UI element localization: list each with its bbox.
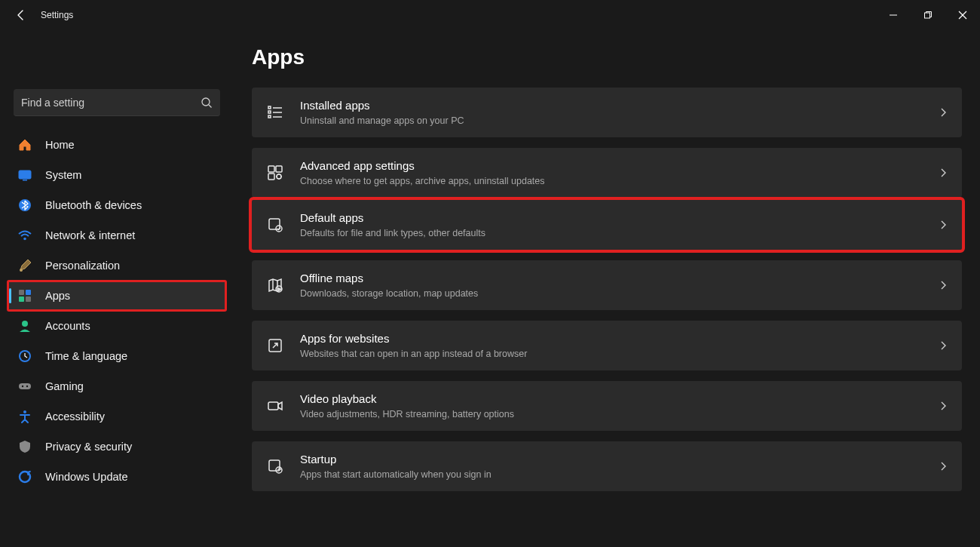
svg-point-20 bbox=[26, 386, 28, 387]
sidebar-item-time[interactable]: Time & language bbox=[8, 341, 226, 371]
card-default-apps[interactable]: Default apps Defaults for file and link … bbox=[252, 200, 962, 250]
card-title: Default apps bbox=[300, 211, 485, 226]
sidebar-item-home[interactable]: Home bbox=[8, 130, 226, 160]
search-wrap bbox=[14, 89, 220, 116]
bluetooth-icon bbox=[17, 197, 33, 214]
card-advanced-settings[interactable]: Advanced app settings Choose where to ge… bbox=[252, 148, 962, 198]
open-link-icon bbox=[265, 336, 285, 355]
titlebar: Settings bbox=[0, 0, 980, 30]
svg-rect-30 bbox=[276, 166, 282, 172]
startup-icon bbox=[265, 456, 285, 476]
card-subtitle: Websites that can open in an app instead… bbox=[300, 348, 527, 360]
svg-rect-12 bbox=[26, 290, 31, 295]
card-subtitle: Choose where to get apps, archive apps, … bbox=[300, 175, 545, 187]
card-startup[interactable]: Startup Apps that start automatically wh… bbox=[252, 441, 962, 491]
sidebar-item-label: System bbox=[45, 169, 81, 181]
chevron-right-icon bbox=[938, 220, 948, 230]
wifi-icon bbox=[17, 227, 33, 244]
maximize-button[interactable] bbox=[911, 3, 945, 27]
minimize-icon bbox=[889, 11, 898, 20]
sidebar-item-label: Apps bbox=[45, 290, 70, 302]
svg-rect-11 bbox=[19, 290, 24, 295]
sidebar-item-system[interactable]: System bbox=[8, 160, 226, 190]
card-video-playback[interactable]: Video playback Video adjustments, HDR st… bbox=[252, 381, 962, 431]
svg-rect-37 bbox=[268, 402, 278, 410]
card-installed-apps[interactable]: Installed apps Uninstall and manage apps… bbox=[252, 88, 962, 137]
sidebar-item-update[interactable]: Windows Update bbox=[8, 462, 226, 492]
sidebar-item-apps[interactable]: Apps bbox=[8, 281, 226, 311]
svg-rect-27 bbox=[268, 111, 271, 113]
card-subtitle: Uninstall and manage apps on your PC bbox=[300, 115, 464, 127]
sidebar-item-network[interactable]: Network & internet bbox=[8, 220, 226, 250]
profile-area bbox=[8, 41, 226, 86]
svg-rect-33 bbox=[269, 219, 280, 229]
card-subtitle: Video adjustments, HDR streaming, batter… bbox=[300, 408, 514, 420]
video-icon bbox=[265, 396, 285, 416]
svg-rect-14 bbox=[26, 297, 31, 302]
sidebar-item-personalization[interactable]: Personalization bbox=[8, 250, 226, 281]
sidebar-item-privacy[interactable]: Privacy & security bbox=[8, 432, 226, 462]
main-content: Apps Installed apps Uninstall and manage… bbox=[234, 30, 980, 547]
maximize-icon bbox=[923, 11, 933, 20]
card-subtitle: Downloads, storage location, map updates bbox=[300, 287, 478, 300]
svg-rect-31 bbox=[268, 174, 274, 180]
sidebar-item-label: Network & internet bbox=[45, 229, 135, 241]
card-title: Video playback bbox=[300, 392, 514, 407]
chevron-right-icon bbox=[938, 107, 948, 118]
person-icon bbox=[17, 318, 33, 334]
svg-rect-18 bbox=[19, 383, 31, 389]
sidebar-item-label: Gaming bbox=[45, 380, 84, 392]
sidebar-item-gaming[interactable]: Gaming bbox=[8, 371, 226, 401]
svg-rect-28 bbox=[268, 115, 271, 118]
card-apps-websites[interactable]: Apps for websites Websites that can open… bbox=[252, 321, 962, 370]
sidebar-item-accounts[interactable]: Accounts bbox=[8, 311, 226, 341]
svg-rect-29 bbox=[268, 166, 274, 172]
sidebar-item-bluetooth[interactable]: Bluetooth & devices bbox=[8, 190, 226, 220]
card-title: Advanced app settings bbox=[300, 158, 545, 174]
card-offline-maps[interactable]: Offline maps Downloads, storage location… bbox=[252, 260, 962, 310]
home-icon bbox=[17, 137, 33, 153]
card-subtitle: Apps that start automatically when you s… bbox=[300, 469, 492, 481]
chevron-right-icon bbox=[938, 461, 948, 472]
arrow-left-icon bbox=[15, 9, 27, 21]
apps-icon bbox=[17, 287, 33, 304]
chevron-right-icon bbox=[938, 401, 948, 411]
svg-point-19 bbox=[22, 386, 23, 387]
search-icon bbox=[201, 97, 213, 109]
sidebar: Home System Bluetooth & devices Network … bbox=[0, 30, 234, 547]
sidebar-item-label: Windows Update bbox=[45, 471, 128, 483]
close-icon bbox=[958, 11, 967, 20]
svg-point-21 bbox=[23, 410, 26, 413]
svg-point-9 bbox=[23, 238, 26, 241]
gamepad-icon bbox=[17, 378, 33, 395]
list-icon bbox=[265, 103, 285, 122]
minimize-button[interactable] bbox=[876, 3, 911, 27]
card-title: Installed apps bbox=[300, 98, 464, 113]
svg-point-15 bbox=[22, 321, 28, 327]
svg-rect-6 bbox=[19, 171, 31, 179]
update-icon bbox=[17, 469, 33, 485]
card-title: Startup bbox=[300, 452, 492, 467]
svg-rect-1 bbox=[925, 13, 930, 18]
svg-line-5 bbox=[209, 105, 212, 108]
sidebar-item-label: Personalization bbox=[45, 260, 120, 272]
card-title: Apps for websites bbox=[300, 331, 527, 346]
card-list: Installed apps Uninstall and manage apps… bbox=[252, 88, 962, 491]
card-subtitle: Defaults for file and link types, other … bbox=[300, 227, 485, 239]
sidebar-item-accessibility[interactable]: Accessibility bbox=[8, 401, 226, 432]
shield-icon bbox=[17, 438, 33, 455]
search-input[interactable] bbox=[14, 89, 220, 116]
svg-point-10 bbox=[20, 269, 23, 272]
svg-rect-13 bbox=[19, 297, 24, 302]
system-icon bbox=[17, 167, 33, 183]
chevron-right-icon bbox=[938, 167, 948, 178]
sidebar-item-label: Time & language bbox=[45, 350, 127, 362]
back-button[interactable] bbox=[6, 0, 36, 30]
sidebar-item-label: Privacy & security bbox=[45, 441, 132, 453]
close-button[interactable] bbox=[945, 3, 980, 27]
sidebar-item-label: Home bbox=[45, 139, 75, 151]
sidebar-item-label: Bluetooth & devices bbox=[45, 199, 142, 211]
map-icon bbox=[265, 275, 285, 295]
brush-icon bbox=[17, 257, 33, 274]
chevron-right-icon bbox=[938, 280, 948, 290]
